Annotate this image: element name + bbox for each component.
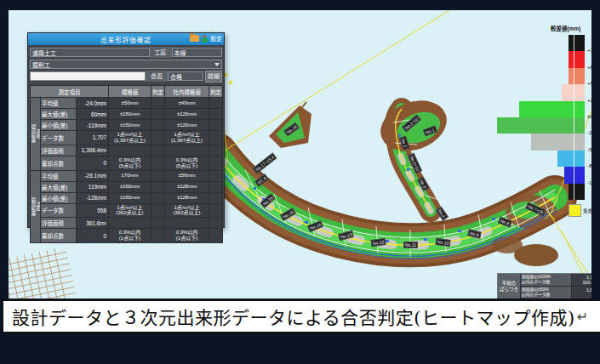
group-label: 法面 鉛直較差 — [31, 170, 41, 243]
table-cell: 1点/m²以上 (1,397点以上) — [109, 131, 151, 145]
table-cell — [151, 229, 165, 243]
table-cell — [165, 218, 209, 229]
table-cell — [151, 218, 165, 229]
table-cell: 60mm — [77, 109, 109, 120]
table-cell: 0 — [77, 229, 109, 243]
table-cell — [151, 192, 165, 203]
category-dropdown[interactable]: 掘削工 — [30, 60, 222, 69]
table-cell — [151, 109, 165, 120]
table-cell: 平均値 — [41, 98, 77, 109]
table-row: 評価面積361.6m² — [31, 218, 223, 229]
header-item: 測定項目 — [31, 86, 109, 98]
table-cell — [151, 145, 165, 156]
header-internal-spec: 社内規格値 — [165, 86, 209, 98]
legend-band — [569, 68, 585, 84]
chevron-down-icon[interactable] — [214, 63, 220, 66]
legend-title: 較差値(mm) — [551, 24, 591, 32]
legend-band — [569, 117, 585, 134]
legend-tick: +50 — [587, 81, 591, 86]
heatmap-legend: 較差値(mm) 棄却点 +100+80+50+20±0-20-50-80-100 — [550, 24, 591, 224]
table-cell — [209, 156, 223, 170]
table-cell: 0.3%以内 (5点以下) — [109, 156, 151, 170]
table-row: 最大値(差)60mm±150mm±120mm — [31, 109, 223, 120]
stats-side-label: 平場の ばらつき — [498, 274, 521, 299]
dialog-titlebar[interactable]: 出来形評価確認 設定 — [28, 33, 224, 45]
table-row: 評価面積1,396.4m² — [31, 145, 223, 156]
station-input[interactable] — [30, 71, 146, 81]
legend-axis-line — [574, 35, 574, 200]
table-cell: 評価面積 — [41, 145, 77, 156]
section-field[interactable]: 本線 — [172, 48, 222, 57]
detail-button[interactable]: 詳細 — [205, 71, 222, 82]
table-cell — [109, 218, 151, 229]
stats-row-value: 1,654 — [572, 287, 591, 299]
table-cell: -26.1mm — [77, 170, 109, 181]
legend-band — [569, 51, 585, 67]
legend-band — [569, 84, 585, 100]
table-row: 最大値(差)119mm±160mm±128mm — [31, 181, 223, 192]
table-cell: 1点/m²以上 (1,397点以上) — [165, 131, 209, 145]
legend-tick: -20 — [587, 130, 591, 135]
legend-tick: ±0 — [587, 114, 591, 119]
header-spec: 規格値 — [109, 86, 151, 98]
caption-bar: 設計データと３次元出来形データによる合否判定(ヒートマップ作成) ↵ — [2, 299, 600, 333]
table-cell: 最小値(差) — [41, 120, 77, 131]
histogram-bar — [497, 117, 569, 134]
reject-point-swatch — [569, 204, 581, 217]
table-cell: -119mm — [77, 120, 109, 131]
table-cell: ±56mm — [165, 170, 209, 181]
pass-fail-value: 合格 — [168, 71, 203, 81]
legend-tick: +100 — [587, 48, 591, 53]
table-cell: 0 — [77, 156, 109, 170]
legend-band — [569, 167, 585, 183]
table-cell: 361.6m² — [77, 218, 109, 229]
evaluation-dialog: 出来形評価確認 設定 道路土工 工区 本線 掘削工 — [27, 32, 225, 228]
tin-mesh — [9, 246, 77, 299]
table-cell: -24.0mm — [77, 98, 109, 109]
export-folder-icon[interactable] — [190, 35, 199, 42]
measurement-table-body: 平場 標高較差平均値-24.0mm±50mm±40mm最大値(差)60mm±15… — [31, 98, 223, 243]
table-cell: 平均値 — [41, 170, 77, 181]
table-cell — [151, 98, 165, 109]
alignment-lines — [213, 10, 591, 299]
screenshot-frame: No.17+15.4EC.8No.16No.15No.14No.13No.12N… — [0, 0, 600, 364]
settings-person-icon[interactable] — [202, 35, 208, 43]
table-cell: ±120mm — [165, 109, 209, 120]
histogram-bar — [531, 134, 569, 150]
table-row: 棄却点数00.3%以内 (1点以下)0.3%以内 (1点以下) — [31, 229, 223, 243]
table-cell: 119mm — [77, 181, 109, 192]
table-cell: ±160mm — [109, 192, 151, 203]
table-cell: ±50mm — [109, 98, 151, 109]
settings-button[interactable]: 設定 — [210, 34, 222, 43]
table-cell — [109, 145, 151, 156]
measurement-table: 測定項目 規格値 判定 社内規格値 判定 平場 標高較差平均値-24.0mm±5… — [30, 85, 223, 243]
table-cell: 棄却点数 — [41, 156, 77, 170]
table-cell: 評価面積 — [41, 218, 77, 229]
table-cell — [151, 203, 165, 218]
table-cell: -128mm — [77, 192, 109, 203]
table-cell — [209, 218, 223, 229]
histogram-bar — [564, 167, 569, 183]
work-type-field[interactable]: 道路土工 — [30, 48, 150, 57]
table-header-row: 測定項目 規格値 判定 社内規格値 判定 — [31, 86, 223, 98]
table-cell — [209, 203, 223, 218]
table-cell: 最小値(差) — [41, 192, 77, 203]
table-cell: データ数 — [41, 131, 77, 145]
table-row: データ数1,7071点/m²以上 (1,397点以上)1点/m²以上 (1,39… — [31, 131, 223, 145]
table-cell: データ数 — [41, 203, 77, 218]
table-cell: 1,707 — [77, 131, 109, 145]
table-cell — [209, 229, 223, 243]
histogram-bar — [557, 151, 569, 167]
table-cell — [209, 192, 223, 203]
table-cell: 0.3%以内 (1点以下) — [109, 229, 151, 243]
table-cell: 棄却点数 — [41, 229, 77, 243]
legend-band — [569, 101, 585, 117]
app-viewport[interactable]: No.17+15.4EC.8No.16No.15No.14No.13No.12N… — [9, 10, 591, 299]
legend-tick: +20 — [587, 98, 591, 103]
table-row: 最小値(差)-128mm±160mm±128mm — [31, 192, 223, 203]
table-cell: ±150mm — [109, 120, 151, 131]
table-cell — [209, 181, 223, 192]
section-label: 工区 — [150, 47, 172, 58]
table-cell: ±120mm — [165, 120, 209, 131]
table-cell — [151, 181, 165, 192]
